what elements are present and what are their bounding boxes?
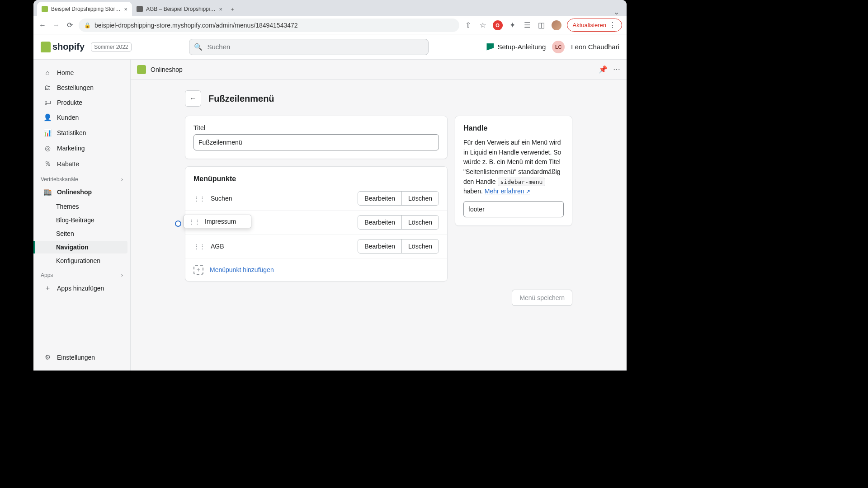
home-icon: ⌂: [43, 69, 52, 76]
sidebar-item-label: Apps hinzufügen: [57, 285, 104, 292]
target-icon: ◎: [43, 144, 52, 152]
lock-icon: 🔒: [84, 22, 91, 28]
sidebar-item-orders[interactable]: 🗂Bestellungen: [36, 80, 127, 94]
tag-icon: 🏷: [43, 99, 52, 106]
delete-button[interactable]: Löschen: [401, 216, 439, 229]
more-icon[interactable]: ⋯: [613, 65, 620, 74]
extension-icon[interactable]: O: [493, 20, 503, 30]
menu-item-name: Suchen: [211, 195, 352, 202]
sidebar-item-customers[interactable]: 👤Kunden: [36, 110, 127, 125]
share-icon[interactable]: ⇧: [464, 21, 473, 29]
sidebar: ⌂Home 🗂Bestellungen 🏷Produkte 👤Kunden 📊S…: [33, 60, 131, 371]
title-card: Titel: [185, 116, 448, 159]
sidebar-item-add-apps[interactable]: ＋Apps hinzufügen: [36, 281, 127, 296]
sidebar-section-label: Apps: [41, 272, 53, 278]
tabs-overflow-button[interactable]: ⌄: [610, 8, 623, 16]
add-menu-item-button[interactable]: ＋ Menüpunkt hinzufügen: [185, 258, 447, 281]
bookmark-icon[interactable]: ☆: [478, 21, 487, 29]
sidebar-item-label: Einstellungen: [57, 354, 95, 361]
flag-icon: [486, 43, 494, 51]
update-button-label: Aktualisieren: [573, 22, 606, 28]
close-icon[interactable]: ×: [219, 6, 222, 13]
browser-tab-2[interactable]: AGB – Beispiel Dropshipping S ×: [132, 2, 227, 16]
browser-tab-1[interactable]: Beispiel Dropshipping Store · F ×: [37, 2, 132, 16]
row-actions: Bearbeiten Löschen: [358, 239, 439, 253]
address-bar[interactable]: 🔒 beispiel-dropshipping-store.myshopify.…: [79, 19, 459, 32]
sidebar-item-discounts[interactable]: ％Rabatte: [36, 156, 127, 171]
sidebar-item-label: Statistiken: [57, 129, 86, 136]
sidebar-item-label: Home: [57, 69, 74, 76]
user-avatar[interactable]: LC: [552, 41, 565, 53]
edit-button[interactable]: Bearbeiten: [358, 192, 401, 205]
dragging-item[interactable]: ⋮⋮ Impressum: [184, 215, 251, 228]
sidebar-item-onlinestore[interactable]: 🏬Onlineshop: [36, 185, 127, 199]
sidebar-item-home[interactable]: ⌂Home: [36, 66, 127, 80]
sidebar-item-label: Bestellungen: [57, 84, 94, 91]
sidebar-sub-blog[interactable]: Blog-Beiträge: [36, 214, 127, 226]
gear-icon: ⚙: [43, 353, 52, 361]
sidebar-item-marketing[interactable]: ◎Marketing: [36, 141, 127, 155]
page-title: Fußzeilenmenü: [208, 94, 274, 104]
dragging-item-label: Impressum: [205, 218, 236, 225]
pin-icon[interactable]: 📌: [599, 65, 608, 74]
chevron-right-icon[interactable]: ›: [121, 176, 123, 183]
sidebar-item-products[interactable]: 🏷Produkte: [36, 95, 127, 109]
forward-icon[interactable]: →: [52, 21, 61, 29]
tab-favicon: [137, 6, 143, 12]
shopify-logo[interactable]: shopify: [41, 42, 85, 52]
setup-guide-link[interactable]: Setup-Anleitung: [486, 43, 546, 51]
browser-toolbar: ← → ⟳ 🔒 beispiel-dropshipping-store.mysh…: [33, 16, 627, 34]
update-button[interactable]: Aktualisieren ⋮: [567, 19, 622, 32]
reading-list-icon[interactable]: ☰: [523, 21, 532, 29]
sidebar-sub-themes[interactable]: Themes: [36, 200, 127, 213]
tab-title: Beispiel Dropshipping Store · F: [51, 6, 121, 12]
title-field-label: Titel: [193, 124, 439, 131]
sidebar-item-label: Produkte: [57, 99, 82, 106]
title-input[interactable]: [193, 134, 439, 150]
delete-button[interactable]: Löschen: [401, 192, 439, 205]
sidebar-item-label: Marketing: [57, 145, 85, 152]
reload-icon[interactable]: ⟳: [65, 21, 74, 29]
sidebar-sub-pages[interactable]: Seiten: [36, 227, 127, 240]
new-tab-button[interactable]: ＋: [227, 2, 238, 16]
orders-icon: 🗂: [43, 84, 52, 91]
menu-items-card: Menüpunkte ⋮⋮ Suchen Bearbeiten Löschen: [185, 166, 448, 282]
close-icon[interactable]: ×: [124, 6, 127, 13]
sidebar-item-settings[interactable]: ⚙Einstellungen: [36, 350, 127, 365]
section-header: Onlineshop 📌 ⋯: [131, 60, 627, 80]
handle-card: Handle Für den Verweis auf ein Menü wird…: [455, 116, 572, 226]
menu-items-heading: Menüpunkte: [185, 167, 447, 187]
learn-more-link[interactable]: Mehr erfahren: [485, 188, 530, 195]
handle-code-example: sidebar-menu: [498, 178, 546, 186]
search-placeholder: Suchen: [207, 43, 230, 51]
tab-favicon: [42, 6, 48, 12]
back-button[interactable]: ←: [185, 90, 201, 107]
extensions-icon[interactable]: ✦: [508, 21, 517, 29]
add-menu-item-label: Menüpunkt hinzufügen: [210, 266, 274, 273]
save-menu-button[interactable]: Menü speichern: [512, 290, 572, 306]
search-input[interactable]: 🔍 Suchen: [189, 39, 429, 55]
shopify-logo-icon: [41, 42, 51, 52]
drag-handle-icon[interactable]: ⋮⋮: [193, 243, 205, 250]
chevron-right-icon[interactable]: ›: [121, 272, 123, 278]
sidebar-item-analytics[interactable]: 📊Statistiken: [36, 126, 127, 140]
back-icon[interactable]: ←: [38, 21, 47, 29]
handle-description: Für den Verweis auf ein Menü wird in Liq…: [463, 138, 564, 197]
shopify-logo-text: shopify: [52, 42, 85, 52]
profile-avatar[interactable]: [552, 20, 561, 30]
store-icon: 🏬: [43, 188, 52, 196]
delete-button[interactable]: Löschen: [401, 239, 439, 253]
user-name[interactable]: Leon Chaudhari: [571, 43, 619, 51]
menu-item-row: ⋮⋮ AGB Bearbeiten Löschen: [185, 234, 447, 258]
page-header: ← Fußzeilenmenü: [185, 90, 572, 107]
sidebar-sub-navigation[interactable]: Navigation: [33, 241, 127, 253]
sidebar-section-label: Vertriebskanäle: [41, 176, 78, 183]
sidepanel-icon[interactable]: ◫: [537, 21, 546, 29]
handle-input[interactable]: [463, 201, 564, 217]
edit-button[interactable]: Bearbeiten: [358, 216, 401, 229]
edit-button[interactable]: Bearbeiten: [358, 239, 401, 253]
menu-item-name: AGB: [211, 243, 352, 250]
drag-handle-icon[interactable]: ⋮⋮: [193, 195, 205, 202]
sidebar-sub-preferences[interactable]: Konfigurationen: [36, 254, 127, 267]
edition-badge: Sommer 2022: [91, 42, 131, 52]
